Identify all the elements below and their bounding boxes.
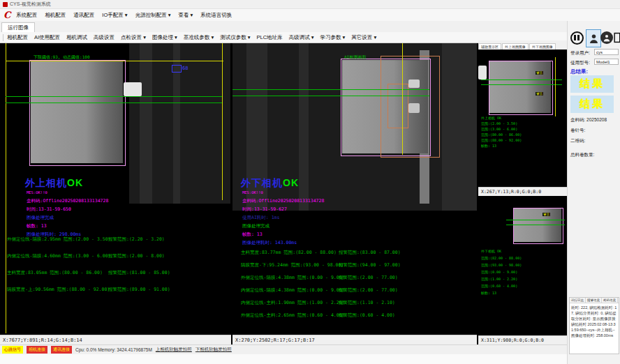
menu-io-config[interactable]: IO手配置 ▾	[102, 12, 127, 19]
model-label: 使用型号:	[570, 60, 590, 66]
mini-log-line: 范围:(3.00 - 6.00)	[481, 127, 517, 132]
menu-light-config[interactable]: 光源控制配置 ▾	[135, 12, 171, 19]
tool-image-processing[interactable]: 图像处理 ▾	[152, 34, 177, 41]
tab-run-image[interactable]: 运行图像	[1, 22, 35, 33]
needle-number-label: 卷针号:	[570, 128, 585, 134]
menu-language-switch[interactable]: 系统语言切换	[200, 12, 232, 19]
tool-other-settings[interactable]: 其它设置 ▾	[351, 34, 376, 41]
machine-band	[140, 43, 152, 204]
log-text[interactable]: 耗时: 222, 缺陷检测耗时: 17, 缺陷分类耗时: 0, 缺陷提取分区耗时…	[570, 303, 619, 340]
alarm-range: 报警范围:(94.00 - 97.00)	[339, 262, 401, 268]
measurement-row: 内侧定位线-隔膜:4.38mm 范围:(0.00 - 9.00)	[241, 287, 345, 294]
login-user-field[interactable]: cys	[594, 49, 619, 55]
user-login-button[interactable]	[586, 29, 601, 47]
mini-log-line: 范围:(82.00 - 88.00)	[481, 256, 522, 261]
mini-log-line: 范围:(1.00 - 2.20)	[481, 277, 517, 282]
aux-top-panel[interactable]: 警示 警示 外上相机 OK 范围:(2.00 - 3.50) 范围:(3.00 …	[478, 43, 567, 196]
tool-plc-address[interactable]: PLC地址库	[257, 34, 283, 41]
log-tab-alarm[interactable]: 报警信息	[586, 298, 602, 303]
reference-line-yellow	[555, 57, 556, 116]
alarm-range: 报警范围:(1.10 - 2.10)	[339, 300, 395, 306]
aux-tab-lower-view[interactable]: 外下画面图像	[529, 43, 556, 50]
measure-line-green	[506, 220, 565, 220]
mini-log-line: 外下相机 OK	[481, 249, 501, 254]
exit-button[interactable]	[612, 29, 620, 46]
lower-camera-trigger-link[interactable]: 下相机软触发拍照	[195, 347, 232, 353]
reference-line-yellow	[6, 43, 6, 333]
alarm-range: 报警范围:(2.00 - 77.00)	[339, 275, 398, 281]
measure-line-green	[481, 79, 562, 80]
measurement-row: 隔膜宽度-下:95.24mm 范围:(93.00 - 98.00)	[241, 262, 344, 268]
model-field[interactable]: Model1	[594, 59, 619, 65]
frame-count-line: 帧数: 13	[27, 223, 47, 229]
aux-bottom-panel[interactable]: 警示 外下相机 OK 范围:(82.00 - 88.00) 范围:(93.00 …	[478, 196, 567, 344]
measurement-row: 内侧定位线-主料:1.90mm 范围:(1.00 - 2.20)	[241, 300, 345, 306]
title-bar: CYS-视觉检测系统	[0, 0, 620, 9]
upper-camera-trigger-link[interactable]: 上相机软触发拍照	[156, 347, 192, 353]
log-tab-bar: 运行日志 报警信息 相机信息	[570, 298, 619, 303]
middle-camera-panel[interactable]: AI检测画面 外下相机OK MES:OK!!0 盒料码:Offline20250…	[232, 43, 477, 344]
comm-connect-badge: 通讯连接	[51, 346, 72, 354]
total-result-label: 总结果:	[570, 68, 588, 75]
measure-line-green	[232, 89, 429, 90]
camera-connect-badge: 相机连接	[27, 346, 47, 354]
cpu-memory-status: Cpu: 0.0% Memory: 3424.41796875M	[75, 347, 152, 352]
toolbar-separator	[3, 34, 3, 41]
menu-view[interactable]: 查看 ▾	[179, 12, 193, 19]
time-line: 时间:13-31-59-650	[27, 206, 71, 213]
aux-tab-upper-view[interactable]: 外上画面图像	[502, 43, 529, 50]
tool-learning-params[interactable]: 学习参数 ▾	[320, 34, 345, 41]
measure-line-green	[6, 96, 222, 97]
tool-baseline-params[interactable]: 基准线参数 ▾	[184, 34, 214, 41]
ai-overlay-label: AI检测画面	[344, 54, 366, 61]
tool-camera-config[interactable]: 相机配置	[7, 34, 28, 41]
log-tab-run[interactable]: 运行日志	[570, 298, 586, 303]
mini-log-line: 范围:(0.60 - 4.00)	[481, 284, 517, 289]
pause-icon	[570, 31, 584, 45]
alarm-range: 报警范围:(81.00 - 85.00)	[108, 270, 170, 276]
login-user-label: 登录用户:	[570, 50, 590, 56]
pixel-coordinates-bar: X:267;Y:13;R:0;G:0;B:0	[478, 187, 567, 196]
warning-tag: 警示	[536, 71, 543, 75]
mini-log-line: 外上相机 OK	[481, 116, 501, 121]
menu-system-config[interactable]: 系统配置	[16, 12, 37, 19]
warning-tag: 警示	[536, 92, 543, 96]
roll-count-label: 总料卷数量:	[570, 152, 594, 158]
menu-camera-config[interactable]: 相机配置	[45, 12, 66, 19]
qr-code-label: 二维码:	[570, 138, 585, 144]
roi-rectangle-magenta	[29, 60, 126, 166]
menu-bar: C 系统配置 相机配置 通讯配置 IO手配置 ▾ 光源控制配置 ▾ 查看 ▾ 系…	[0, 9, 620, 21]
mini-log-line: 范围:(93.00 - 98.00)	[481, 263, 522, 268]
pause-button[interactable]	[570, 29, 584, 46]
aux-tab-bar: 辅助显示区 外上画面图像 外下画面图像	[478, 40, 567, 50]
barcode-line: 盒料码:Offline20250208133134728	[27, 198, 108, 204]
heartbeat-badge: 心跳信号	[2, 346, 23, 354]
bottom-strip	[0, 354, 567, 364]
mini-log-line: 帧数: 13	[481, 291, 496, 296]
tool-advanced-debug[interactable]: 高级调试 ▾	[289, 34, 314, 41]
roi-rectangle-orange	[388, 84, 408, 128]
menu-comm-config[interactable]: 通讯配置	[73, 12, 94, 19]
result-ok: OK	[283, 177, 299, 188]
mes-status: MES:OK!!0	[242, 190, 263, 195]
measurement-row: 主料宽度:83.77mm 范围:(82.00 - 88.00)	[241, 250, 337, 256]
exit-door-icon	[614, 32, 620, 43]
roi-rectangle-magenta	[513, 208, 563, 244]
machine-band	[442, 43, 477, 211]
barcode-line: 盒料码:Offline20250208133134728	[242, 198, 324, 204]
roi-rectangle-magenta	[489, 61, 553, 115]
bright-spot	[408, 79, 420, 88]
tool-tester-params[interactable]: 测试仪参数 ▾	[220, 34, 250, 41]
tool-spot-check[interactable]: 点检设置 ▾	[121, 34, 146, 41]
left-camera-panel[interactable]: 下限阈值:93, 动态阈值:100 68 外上相机OK MES:OK!!0 盒料…	[0, 43, 231, 344]
pixel-coordinates-bar: X:270;Y:2502;R:17;G:17;B:17	[232, 335, 477, 344]
aux-tab-display[interactable]: 辅助显示区	[478, 43, 501, 50]
result-box-1: 结果	[570, 75, 614, 93]
tool-advanced-settings[interactable]: 高级设置	[94, 34, 115, 41]
tool-camera-debug[interactable]: 相机调试	[66, 34, 87, 41]
tool-ai-config[interactable]: AI使用配置	[34, 34, 60, 41]
right-sidebar: 登录用户: cys 使用型号: Model1 总结果: 结果 结果 盒料码: 2…	[567, 21, 620, 364]
log-tab-camera[interactable]: 相机信息	[602, 298, 618, 303]
window-title: CYS-视觉检测系统	[10, 1, 51, 8]
threshold-overlay-text: 下限阈值:93, 动态阈值:100	[34, 54, 90, 61]
